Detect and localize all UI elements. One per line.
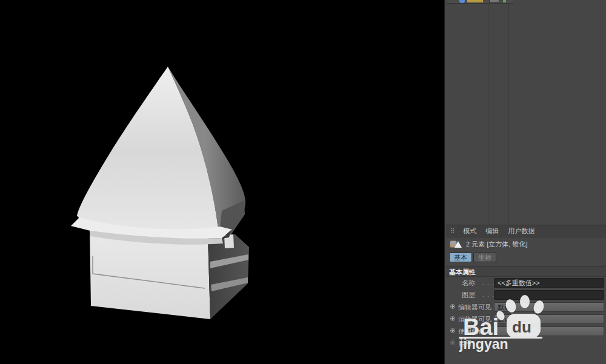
- row-use-color: 使用颜色: [446, 325, 606, 337]
- name-label: 名称: [462, 279, 475, 288]
- green-state-icon: [503, 0, 506, 2]
- gray-button-icon[interactable]: [489, 0, 499, 3]
- attribute-tabs: 基本 坐标: [446, 251, 606, 264]
- use-color-dropdown[interactable]: [494, 326, 604, 336]
- drag-handle-icon[interactable]: ⠿: [450, 228, 454, 234]
- layer-input[interactable]: [494, 290, 604, 300]
- section-basic-properties: 基本属性: [446, 266, 606, 277]
- enabled-label: 启用: [458, 339, 471, 348]
- row-renderer-visible: 渲染器可见 默认: [446, 313, 606, 325]
- panel-column-divider: [488, 4, 488, 223]
- panel-column-divider: [508, 4, 509, 223]
- selection-count-text: 2 元素 [立方体, 锥化]: [466, 240, 527, 249]
- row-enabled: 启用: [446, 337, 606, 349]
- viewport-canvas: [0, 0, 444, 364]
- row-editor-visible: 编辑器可见 默认: [446, 301, 606, 313]
- taper-icon: [454, 241, 462, 248]
- editor-visible-dropdown[interactable]: 默认: [494, 302, 604, 312]
- orange-dot-icon: [450, 245, 453, 247]
- menu-edit[interactable]: 编辑: [485, 227, 499, 236]
- tab-basic[interactable]: 基本: [449, 253, 472, 262]
- keyframe-dot-icon[interactable]: [450, 340, 455, 345]
- row-layer: 图层 . . . . .: [446, 289, 606, 301]
- row-name: 名称 . . . . . <<多重数值>>: [446, 277, 606, 289]
- keyframe-dot-icon[interactable]: [450, 328, 455, 333]
- tab-coordinates[interactable]: 坐标: [473, 253, 496, 262]
- menu-user-data[interactable]: 用户数据: [508, 227, 534, 236]
- blue-object-icon: [459, 0, 465, 3]
- yellow-label-icon: [467, 0, 483, 2]
- selection-icons: [450, 239, 462, 249]
- editor-visible-label: 编辑器可见: [458, 303, 491, 312]
- keyframe-dot-icon[interactable]: [450, 316, 455, 321]
- 3d-viewport[interactable]: [0, 0, 444, 364]
- renderer-visible-label: 渲染器可见: [458, 315, 491, 324]
- layer-label: 图层: [462, 291, 475, 300]
- attribute-manager-panel: ⠿ 模式 编辑 用户数据 2 元素 [立方体, 锥化] 基本 坐标 基本属性 名…: [444, 0, 606, 364]
- attribute-manager: ⠿ 模式 编辑 用户数据 2 元素 [立方体, 锥化] 基本 坐标 基本属性 名…: [446, 225, 606, 349]
- keyframe-dot-icon[interactable]: [450, 304, 455, 309]
- renderer-visible-dropdown[interactable]: 默认: [494, 314, 604, 324]
- selection-info-row: 2 元素 [立方体, 锥化]: [446, 237, 606, 251]
- object-manager-clipped-strip: [447, 0, 513, 4]
- name-input[interactable]: <<多重数值>>: [494, 278, 604, 288]
- attribute-menubar: ⠿ 模式 编辑 用户数据: [446, 225, 606, 237]
- use-color-label: 使用颜色: [458, 327, 485, 336]
- menu-mode[interactable]: 模式: [463, 227, 476, 236]
